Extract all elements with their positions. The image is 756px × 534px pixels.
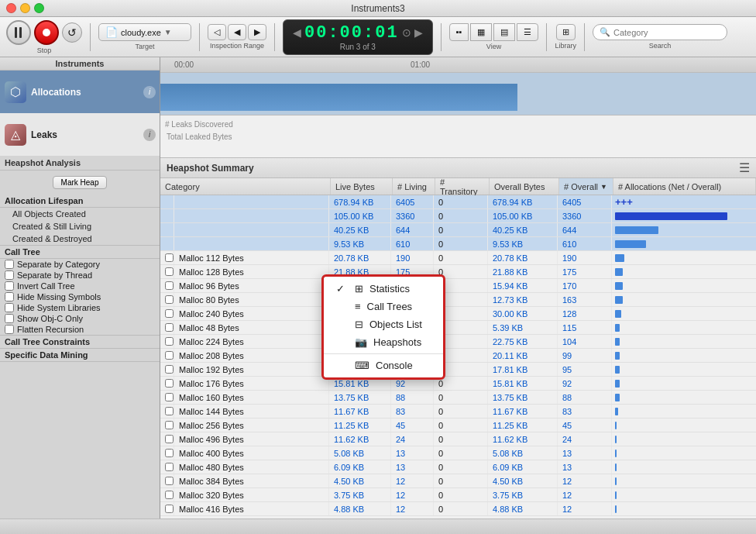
checkbox-flatten: Flatten Recursion bbox=[0, 324, 160, 335]
menu-item-heapshots[interactable]: 📷 Heapshots bbox=[324, 333, 443, 351]
row-checkbox[interactable] bbox=[165, 463, 174, 471]
leaks-instrument-row[interactable]: ◬ Leaks i bbox=[0, 113, 160, 156]
menu-item-objects-list[interactable]: ⊟ Objects List bbox=[324, 315, 443, 333]
separate-thread-checkbox[interactable] bbox=[5, 270, 14, 280]
close-button[interactable] bbox=[6, 3, 16, 13]
table-row[interactable]: Malloc 496 Bytes11.62 KB24011.62 KB24 bbox=[160, 432, 756, 446]
library-button[interactable]: ⊞ bbox=[556, 24, 576, 40]
invert-checkbox[interactable] bbox=[5, 281, 14, 291]
col-hdr-allocations[interactable]: # Allocations (Net / Overall) bbox=[613, 178, 756, 195]
row-checkbox-cell bbox=[160, 195, 174, 208]
sidebar-item-created-destroyed[interactable]: Created & Destroyed bbox=[0, 233, 160, 245]
leaks-info-button[interactable]: i bbox=[143, 129, 156, 141]
col-hdr-category[interactable]: Category bbox=[160, 178, 331, 195]
timer-prev[interactable]: ◀ bbox=[293, 26, 301, 39]
table-row[interactable]: Malloc 384 Bytes4.50 KB1204.50 KB12 bbox=[160, 474, 756, 488]
separate-thread-label: Separate by Thread bbox=[17, 270, 92, 280]
separate-category-checkbox[interactable] bbox=[5, 260, 14, 269]
pause-button[interactable] bbox=[6, 20, 31, 45]
minimize-button[interactable] bbox=[20, 3, 30, 13]
table-row[interactable]: Malloc 208 Bytes20.11 KB99020.11 KB99 bbox=[160, 349, 756, 363]
table-row[interactable]: 105.00 KB33600105.00 KB3360 bbox=[160, 209, 756, 223]
row-checkbox[interactable] bbox=[165, 253, 174, 262]
row-checkbox[interactable] bbox=[165, 365, 174, 374]
maximize-button[interactable] bbox=[34, 3, 44, 13]
view-btn-4[interactable]: ☰ bbox=[517, 23, 538, 41]
view-btn-2[interactable]: ▦ bbox=[470, 23, 492, 41]
table-row[interactable]: Malloc 128 Bytes21.88 KB175021.88 KB175 bbox=[160, 265, 756, 279]
row-checkbox[interactable] bbox=[165, 505, 174, 513]
range-forward-button[interactable]: ▶ bbox=[248, 24, 266, 40]
allocations-info-button[interactable]: i bbox=[143, 86, 156, 98]
col-hdr-overall-bytes[interactable]: Overall Bytes bbox=[490, 178, 559, 195]
row-checkbox[interactable] bbox=[165, 449, 174, 457]
search-input[interactable] bbox=[613, 28, 720, 37]
row-checkbox[interactable] bbox=[165, 435, 174, 443]
row-checkbox[interactable] bbox=[165, 267, 174, 276]
menu-item-console[interactable]: ⌨ Console bbox=[324, 357, 443, 374]
row-checkbox[interactable] bbox=[165, 407, 174, 415]
table-row[interactable]: 9.53 KB61009.53 KB610 bbox=[160, 237, 756, 251]
table-row[interactable]: Malloc 144 Bytes11.67 KB83011.67 KB83 bbox=[160, 405, 756, 419]
col-hdr-live-bytes[interactable]: Live Bytes bbox=[331, 178, 393, 195]
row-checkbox[interactable] bbox=[165, 337, 174, 346]
table-row[interactable]: Malloc 160 Bytes13.75 KB88013.75 KB88 bbox=[160, 391, 756, 405]
flatten-checkbox[interactable] bbox=[5, 325, 14, 334]
row-category: Malloc 128 Bytes bbox=[174, 265, 329, 278]
table-row[interactable]: Malloc 48 Bytes5.39 KB11505.39 KB115 bbox=[160, 321, 756, 335]
col-hdr-living[interactable]: # Living bbox=[393, 178, 435, 195]
table-row[interactable]: Malloc 192 Bytes17.81 KB95017.81 KB95 bbox=[160, 363, 756, 377]
row-checkbox[interactable] bbox=[165, 477, 174, 485]
hide-system-checkbox[interactable] bbox=[5, 303, 14, 312]
row-checkbox[interactable] bbox=[165, 281, 174, 290]
row-checkbox[interactable] bbox=[165, 351, 174, 360]
col-hdr-transitory[interactable]: # Transitory bbox=[435, 178, 490, 195]
row-checkbox[interactable] bbox=[165, 491, 174, 499]
row-live-bytes: 9.53 KB bbox=[329, 237, 391, 250]
row-checkbox[interactable] bbox=[165, 393, 174, 401]
table-row[interactable]: Malloc 400 Bytes5.08 KB1305.08 KB13 bbox=[160, 446, 756, 460]
allocations-instrument-row[interactable]: ⬡ Allocations i bbox=[0, 71, 160, 113]
table-row[interactable]: Malloc 320 Bytes3.75 KB1203.75 KB12 bbox=[160, 488, 756, 502]
allocations-track bbox=[160, 73, 756, 115]
search-box[interactable]: 🔍 bbox=[593, 24, 727, 40]
table-row[interactable]: Malloc 80 Bytes12.73 KB163012.73 KB163 bbox=[160, 293, 756, 307]
range-back-button[interactable]: ◀ bbox=[228, 24, 246, 40]
target-selector[interactable]: 📄 cloudy.exe ▼ bbox=[98, 23, 191, 41]
record-button[interactable] bbox=[34, 20, 59, 45]
sidebar-item-all-objects[interactable]: All Objects Created bbox=[0, 208, 160, 220]
row-checkbox[interactable] bbox=[165, 309, 174, 318]
row-checkbox[interactable] bbox=[165, 295, 174, 304]
table-row[interactable]: 40.25 KB644040.25 KB644 bbox=[160, 223, 756, 237]
table-row[interactable]: Malloc 96 Bytes15.94 KB170015.94 KB170 bbox=[160, 279, 756, 293]
row-checkbox[interactable] bbox=[165, 379, 174, 388]
table-row[interactable]: Malloc 240 Bytes30.00 KB128030.00 KB128 bbox=[160, 307, 756, 321]
row-living: 610 bbox=[391, 237, 434, 250]
sidebar-item-created-still[interactable]: Created & Still Living bbox=[0, 220, 160, 233]
menu-item-call-trees[interactable]: ≡ Call Trees bbox=[324, 298, 443, 315]
hide-missing-checkbox[interactable] bbox=[5, 292, 14, 301]
table-row[interactable]: Malloc 416 Bytes4.88 KB1204.88 KB12 bbox=[160, 502, 756, 516]
menu-item-statistics[interactable]: ✓ ⊞ Statistics bbox=[324, 280, 443, 298]
range-start-button[interactable]: ◁ bbox=[208, 24, 226, 40]
panel-menu-button[interactable]: ☰ bbox=[739, 160, 750, 175]
row-bar-cell bbox=[612, 324, 756, 332]
allocations-chart-bar bbox=[160, 84, 517, 111]
view-btn-3[interactable]: ▤ bbox=[493, 23, 515, 41]
row-bar-cell bbox=[612, 450, 756, 457]
table-row[interactable]: Malloc 256 Bytes11.25 KB45011.25 KB45 bbox=[160, 419, 756, 432]
table-row[interactable]: Malloc 224 Bytes22.75 KB104022.75 KB104 bbox=[160, 335, 756, 349]
view-btn-1[interactable]: ▪▪ bbox=[449, 23, 469, 41]
row-checkbox[interactable] bbox=[165, 421, 174, 429]
objc-only-checkbox[interactable] bbox=[5, 314, 14, 323]
restart-button[interactable]: ↺ bbox=[62, 22, 82, 43]
row-checkbox[interactable] bbox=[165, 323, 174, 332]
table-row[interactable]: Malloc 112 Bytes20.78 KB190020.78 KB190 bbox=[160, 251, 756, 265]
timer-next[interactable]: ▶ bbox=[414, 26, 423, 39]
mark-heap-button[interactable]: Mark Heap bbox=[53, 176, 108, 189]
col-hdr-overall-count[interactable]: # Overall ▼ bbox=[559, 178, 613, 195]
table-row[interactable]: Malloc 176 Bytes15.81 KB92015.81 KB92 bbox=[160, 377, 756, 391]
table-row[interactable]: Malloc 480 Bytes6.09 KB1306.09 KB13 bbox=[160, 460, 756, 474]
row-overall-bytes: 4.88 KB bbox=[488, 502, 558, 515]
table-row[interactable]: 678.94 KB64050678.94 KB6405+++ bbox=[160, 195, 756, 209]
